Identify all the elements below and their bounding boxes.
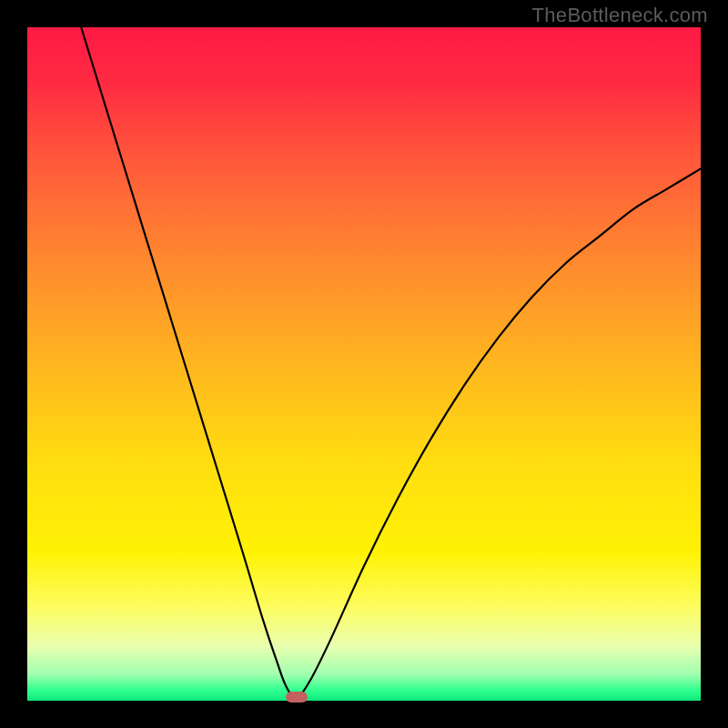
bottleneck-curve [27, 27, 701, 701]
plot-area [27, 27, 701, 701]
watermark-text: TheBottleneck.com [532, 4, 708, 27]
chart-container: TheBottleneck.com [0, 0, 728, 728]
optimal-point-marker [286, 692, 308, 703]
plot-frame [27, 27, 701, 701]
